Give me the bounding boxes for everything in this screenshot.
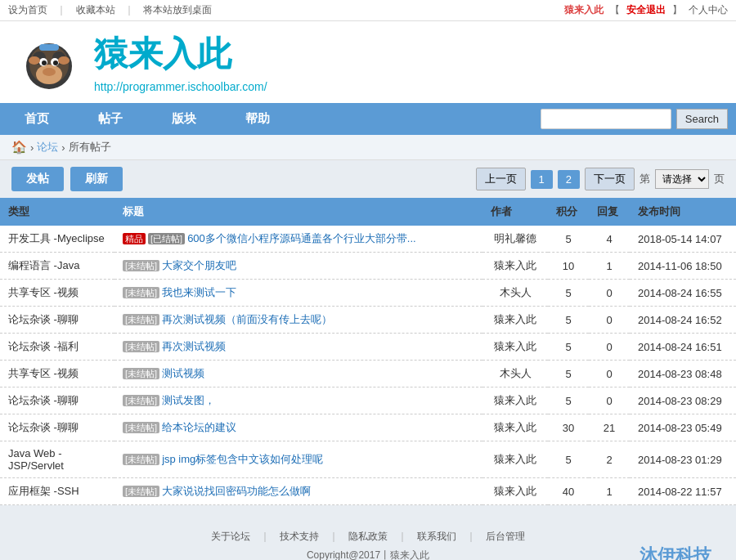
post-title-link[interactable]: 再次测试视频（前面没有传上去呢） <box>162 313 332 325</box>
breadcrumb-forum[interactable]: 论坛 <box>37 140 58 155</box>
cell-time: 2014-08-23 01:29 <box>630 441 736 478</box>
cell-time: 2014-08-24 16:55 <box>630 280 736 307</box>
toolbar-left: 发帖 刷新 <box>11 167 123 191</box>
table-row: 论坛杂谈 -聊聊[未结帖]测试发图，猿来入此502014-08-23 08:29 <box>0 388 736 414</box>
svg-point-7 <box>42 60 47 65</box>
status-tag: [未结帖] <box>123 287 159 298</box>
toolbar: 发帖 刷新 上一页 1 2 下一页 第 请选择 页 <box>0 160 736 198</box>
nav-search: Search <box>541 109 736 129</box>
status-tag: [未结帖] <box>123 341 159 352</box>
cell-reply: 2 <box>589 441 630 478</box>
logo-text: 猿来入此 http://programmer.ischoolbar.com/ <box>94 31 267 93</box>
cell-author: 木头人 <box>482 280 548 307</box>
page-select[interactable]: 请选择 <box>655 169 709 189</box>
cell-author: 猿来入此 <box>482 478 548 505</box>
post-title-link[interactable]: 600多个微信小程序源码通盖各个行业大部分带... <box>187 232 416 244</box>
personal-center-link[interactable]: 个人中心 <box>689 3 728 17</box>
cell-reply: 0 <box>589 280 630 307</box>
cell-type: 共享专区 -视频 <box>0 361 114 388</box>
status-tag: [未结帖] <box>123 422 159 433</box>
cell-score: 5 <box>548 226 589 253</box>
top-bar-right: 猿来入此 【 安全退出 】 个人中心 <box>564 3 728 17</box>
cell-author: 猿来入此 <box>482 388 548 414</box>
main-content: 发帖 刷新 上一页 1 2 下一页 第 请选择 页 类型 标题 作者 积分 回复… <box>0 160 736 505</box>
posts-table: 类型 标题 作者 积分 回复 发布时间 开发工具 -Myeclipse精品[已结… <box>0 198 736 505</box>
post-title-link[interactable]: 测试视频 <box>162 367 204 379</box>
search-button[interactable]: Search <box>676 109 728 129</box>
cell-time: 2014-08-24 16:51 <box>630 334 736 361</box>
footer-copyright: Copyright@2017丨猿来入此 <box>8 549 728 560</box>
post-title-link[interactable]: 测试发图， <box>162 394 215 406</box>
cell-score: 5 <box>548 441 589 478</box>
footer-support[interactable]: 技术支持 <box>280 530 319 544</box>
page-number-2[interactable]: 2 <box>558 170 580 189</box>
cell-title: [未结帖]再次测试视频（前面没有传上去呢） <box>114 307 482 334</box>
footer: 关于论坛 ｜ 技术支持 ｜ 隐私政策 ｜ 联系我们 ｜ 后台管理 Copyrig… <box>0 513 736 560</box>
nav-menu: 首页 帖子 版块 帮助 <box>0 103 294 135</box>
cell-author: 木头人 <box>482 361 548 388</box>
home-icon: 🏠 <box>11 140 27 155</box>
page-number-1[interactable]: 1 <box>531 170 553 189</box>
collect-site-link[interactable]: 收藏本站 <box>76 4 115 16</box>
footer-privacy[interactable]: 隐私政策 <box>348 530 388 544</box>
cell-reply: 1 <box>589 253 630 280</box>
nav-item-home[interactable]: 首页 <box>0 103 74 135</box>
footer-admin[interactable]: 后台管理 <box>486 530 525 544</box>
nav-item-posts[interactable]: 帖子 <box>74 103 147 135</box>
cell-score: 5 <box>548 307 589 334</box>
post-title-link[interactable]: 大家说说找回密码功能怎么做啊 <box>162 485 311 497</box>
next-page-button[interactable]: 下一页 <box>585 168 635 190</box>
cell-type: 开发工具 -Myeclipse <box>0 226 114 253</box>
post-title-link[interactable]: jsp img标签包含中文该如何处理呢 <box>162 453 323 465</box>
svg-point-11 <box>58 56 70 65</box>
refresh-button[interactable]: 刷新 <box>70 167 123 191</box>
cell-type: 编程语言 -Java <box>0 253 114 280</box>
prev-page-button[interactable]: 上一页 <box>476 168 526 190</box>
tag-jingpin: 精品 <box>123 233 146 244</box>
table-row: 共享专区 -视频[未结帖]我也来测试一下木头人502014-08-24 16:5… <box>0 280 736 307</box>
cell-time: 2014-08-23 08:48 <box>630 361 736 388</box>
post-title-link[interactable]: 大家交个朋友吧 <box>162 259 236 271</box>
cell-type: 共享专区 -视频 <box>0 280 114 307</box>
post-title-link[interactable]: 给本论坛的建议 <box>162 421 236 433</box>
cell-title: [未结帖]测试视频 <box>114 361 482 388</box>
col-score: 积分 <box>548 198 589 226</box>
cell-score: 5 <box>548 361 589 388</box>
safe-exit-link[interactable]: 安全退出 <box>626 3 666 17</box>
cell-author: 猿来入此 <box>482 253 548 280</box>
cell-score: 5 <box>548 280 589 307</box>
cell-author: 猿来入此 <box>482 414 548 441</box>
desktop-link[interactable]: 将本站放到桌面 <box>143 4 212 16</box>
logo-icon <box>16 29 82 95</box>
post-button[interactable]: 发帖 <box>11 167 64 191</box>
cell-author: 猿来入此 <box>482 307 548 334</box>
cell-title: [未结帖]再次测试视频 <box>114 334 482 361</box>
nav: 首页 帖子 版块 帮助 Search <box>0 103 736 135</box>
footer-about[interactable]: 关于论坛 <box>211 530 250 544</box>
toolbar-pagination: 上一页 1 2 下一页 第 请选择 页 <box>476 168 725 190</box>
cell-time: 2014-11-06 18:50 <box>630 253 736 280</box>
footer-contact[interactable]: 联系我们 <box>417 530 456 544</box>
post-title-link[interactable]: 再次测试视频 <box>162 340 226 352</box>
login-link[interactable]: 猿来入此 <box>564 3 604 17</box>
search-input[interactable] <box>541 109 671 129</box>
cell-reply: 0 <box>589 388 630 414</box>
status-tag: [未结帖] <box>123 454 159 465</box>
nav-item-help[interactable]: 帮助 <box>221 103 294 135</box>
posts-tbody: 开发工具 -Myeclipse精品[已结帖]600多个微信小程序源码通盖各个行业… <box>0 226 736 505</box>
post-title-link[interactable]: 我也来测试一下 <box>162 286 236 298</box>
site-url[interactable]: http://programmer.ischoolbar.com/ <box>94 80 267 93</box>
table-row: 应用框架 -SSH[未结帖]大家说说找回密码功能怎么做啊猿来入此4012014-… <box>0 478 736 505</box>
site-title[interactable]: 猿来入此 <box>94 31 267 77</box>
svg-rect-12 <box>39 44 59 51</box>
cell-type: 论坛杂谈 -福利 <box>0 334 114 361</box>
cell-reply: 1 <box>589 478 630 505</box>
set-homepage-link[interactable]: 设为首页 <box>8 4 47 16</box>
cell-title: [未结帖]jsp img标签包含中文该如何处理呢 <box>114 441 482 478</box>
nav-item-sections[interactable]: 版块 <box>147 103 221 135</box>
footer-links: 关于论坛 ｜ 技术支持 ｜ 隐私政策 ｜ 联系我们 ｜ 后台管理 <box>8 530 728 544</box>
cell-time: 2018-05-14 14:07 <box>630 226 736 253</box>
table-row: 论坛杂谈 -聊聊[未结帖]再次测试视频（前面没有传上去呢）猿来入此502014-… <box>0 307 736 334</box>
cell-type: 应用框架 -SSH <box>0 478 114 505</box>
top-bar-left: 设为首页 ｜ 收藏本站 ｜ 将本站放到桌面 <box>8 3 218 17</box>
